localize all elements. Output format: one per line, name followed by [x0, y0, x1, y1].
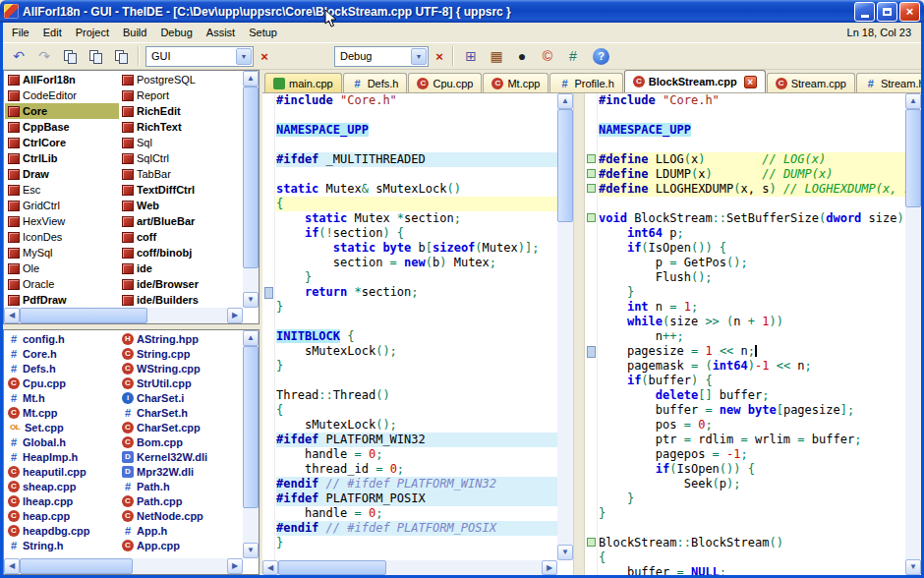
package-item[interactable]: Report: [119, 87, 244, 103]
file-item[interactable]: HAString.hpp: [119, 331, 244, 346]
package-item[interactable]: CtrlCore: [5, 135, 119, 150]
tab-close-button[interactable]: ×: [744, 76, 757, 88]
package-item[interactable]: coff/binobj: [119, 245, 244, 260]
file-item[interactable]: CMt.cpp: [5, 405, 119, 420]
package-item[interactable]: CtrlLib: [5, 150, 119, 166]
package-item[interactable]: ide: [119, 260, 244, 276]
menu-file[interactable]: File: [5, 24, 36, 41]
package-panel-vertical-scrollbar[interactable]: ▲▼: [243, 71, 259, 308]
file-item[interactable]: #Path.h: [119, 479, 244, 493]
package-item[interactable]: TabBar: [119, 166, 244, 182]
tab-defs-h[interactable]: #Defs.h: [343, 73, 408, 92]
package-item[interactable]: GridCtrl: [5, 198, 119, 213]
scroll-left-button[interactable]: ◀: [4, 558, 20, 574]
designer-button[interactable]: ⊞: [459, 45, 483, 67]
close-button[interactable]: ×: [899, 2, 920, 22]
scroll-right-button[interactable]: ▶: [227, 308, 243, 323]
package-item[interactable]: art/BlueBar: [119, 213, 244, 229]
package-item[interactable]: CodeEditor: [5, 87, 119, 103]
package-item[interactable]: Oracle: [5, 276, 119, 292]
tab-stream-h[interactable]: #Stream.h: [856, 73, 921, 92]
package-item[interactable]: Ole: [5, 260, 119, 276]
file-item[interactable]: CCpu.cpp: [5, 376, 119, 390]
menu-build[interactable]: Build: [116, 24, 153, 41]
left-editor-horizontal-scrollbar[interactable]: ◀▶: [262, 560, 557, 575]
file-item[interactable]: CBom.cpp: [119, 434, 244, 449]
scroll-down-button[interactable]: ▼: [243, 543, 259, 558]
package-item[interactable]: RichEdit: [119, 103, 244, 119]
package-item[interactable]: PostgreSQL: [119, 72, 244, 87]
package-item[interactable]: AllForI18n: [5, 72, 119, 87]
tab-main-cpp[interactable]: main.cpp: [264, 73, 342, 92]
package-item[interactable]: Web: [119, 198, 244, 213]
file-panel-horizontal-scrollbar[interactable]: ◀▶: [4, 558, 243, 574]
file-item[interactable]: #Global.h: [5, 434, 119, 449]
package-item[interactable]: Sql: [119, 135, 244, 150]
menu-project[interactable]: Project: [69, 24, 116, 41]
package-item[interactable]: Esc: [5, 182, 119, 198]
maximize-button[interactable]: [877, 2, 897, 22]
scroll-up-button[interactable]: ▲: [243, 71, 259, 87]
package-organizer-button[interactable]: ▦: [485, 45, 508, 67]
scroll-thumb[interactable]: [20, 558, 133, 574]
scroll-thumb[interactable]: [278, 560, 386, 575]
file-item[interactable]: #Core.h: [5, 346, 119, 361]
file-item[interactable]: #HeapImp.h: [5, 449, 119, 464]
menu-setup[interactable]: Setup: [242, 24, 284, 41]
package-item[interactable]: Draw: [5, 166, 119, 182]
scroll-thumb[interactable]: [243, 87, 259, 268]
scroll-thumb[interactable]: [557, 109, 573, 222]
file-item[interactable]: DMpr32W.dli: [119, 464, 244, 479]
editor-gutter-left[interactable]: [262, 93, 275, 575]
scroll-thumb[interactable]: [20, 308, 147, 323]
scroll-down-button[interactable]: ▼: [557, 545, 573, 560]
file-item[interactable]: CString.cpp: [119, 346, 244, 361]
package-item[interactable]: MySql: [5, 245, 119, 260]
file-item[interactable]: CStrUtil.cpp: [119, 376, 244, 390]
scroll-up-button[interactable]: ▲: [243, 330, 259, 346]
package-item[interactable]: ide/Browser: [119, 276, 244, 292]
editor-splitter[interactable]: [573, 93, 585, 575]
file-item[interactable]: Cheapdbg.cpp: [5, 523, 119, 538]
copy-button[interactable]: [58, 45, 82, 67]
code-area-right[interactable]: #include "Core.h"NAMESPACE_UPP#define LL…: [599, 93, 905, 575]
package-item[interactable]: SqlCtrl: [119, 150, 244, 166]
chevron-down-icon[interactable]: ▼: [236, 48, 252, 65]
file-item[interactable]: CPath.cpp: [119, 493, 244, 508]
file-item[interactable]: #config.h: [5, 331, 119, 346]
package-panel-horizontal-scrollbar[interactable]: ◀▶: [4, 308, 243, 323]
scroll-thumb[interactable]: [243, 346, 259, 508]
file-item[interactable]: #App.h: [119, 523, 244, 538]
file-item[interactable]: #String.h: [5, 538, 119, 552]
menu-debug[interactable]: Debug: [153, 24, 199, 41]
scroll-right-button[interactable]: ▶: [542, 560, 557, 575]
file-item[interactable]: Clheap.cpp: [5, 493, 119, 508]
browse-button[interactable]: #: [561, 45, 585, 67]
code-area-left[interactable]: #include "Core.h"NAMESPACE_UPP#ifdef _MU…: [276, 93, 557, 560]
package-item[interactable]: IconDes: [5, 229, 119, 245]
package-item[interactable]: ide/Builders: [119, 292, 244, 307]
file-item[interactable]: CApp.cpp: [119, 538, 244, 552]
package-item[interactable]: CppBase: [5, 119, 119, 135]
paste-button[interactable]: [84, 45, 107, 67]
package-item[interactable]: RichText: [119, 119, 244, 135]
file-item[interactable]: #Defs.h: [5, 361, 119, 376]
file-item[interactable]: OLSet.cpp: [5, 420, 119, 434]
scroll-down-button[interactable]: ▼: [905, 559, 921, 575]
left-editor-vertical-scrollbar[interactable]: ▲▼: [557, 93, 573, 560]
package-item[interactable]: TextDiffCtrl: [119, 182, 244, 198]
minimize-button[interactable]: [854, 2, 875, 22]
file-item[interactable]: CWString.cpp: [119, 361, 244, 376]
right-editor-vertical-scrollbar[interactable]: ▲▼: [905, 93, 921, 575]
file-item[interactable]: DKernel32W.dli: [119, 449, 244, 464]
file-panel-vertical-scrollbar[interactable]: ▲▼: [243, 330, 259, 558]
editor-gutter-right[interactable]: [585, 93, 598, 575]
menu-edit[interactable]: Edit: [36, 24, 69, 41]
console-button[interactable]: ©: [536, 45, 559, 67]
scroll-up-button[interactable]: ▲: [905, 93, 921, 109]
file-item[interactable]: #Mt.h: [5, 390, 119, 405]
scroll-down-button[interactable]: ▼: [243, 292, 259, 308]
file-item[interactable]: Csheap.cpp: [5, 479, 119, 493]
copy-special-button[interactable]: [109, 45, 133, 67]
scroll-left-button[interactable]: ◀: [262, 560, 278, 575]
